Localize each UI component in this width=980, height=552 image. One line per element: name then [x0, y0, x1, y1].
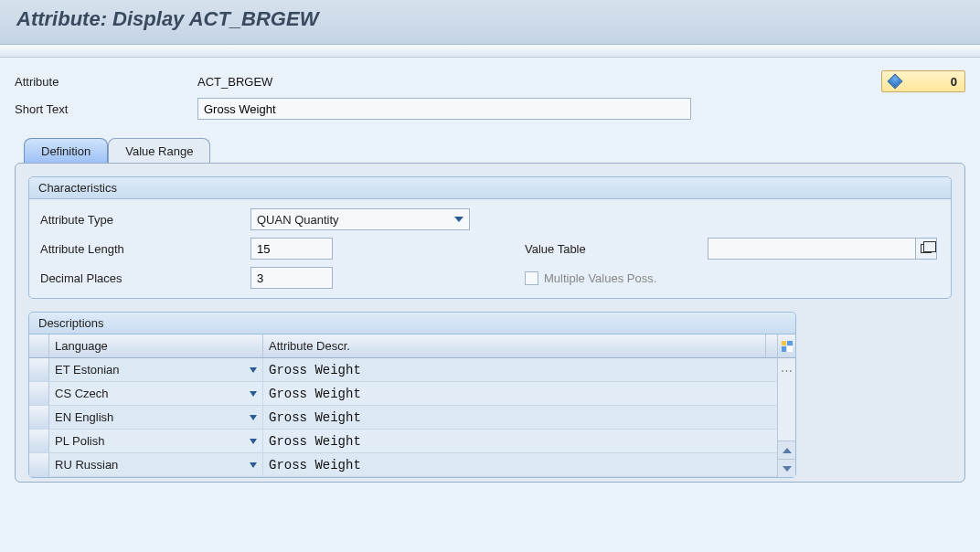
language-value: PL Polish [55, 434, 104, 448]
characteristics-group: Characteristics Attribute Type QUAN Quan… [28, 176, 952, 299]
table-row[interactable]: ET EstonianGross Weight [29, 358, 777, 382]
chevron-down-icon [454, 217, 463, 222]
chevron-down-icon [250, 367, 257, 373]
diamond-icon [888, 74, 903, 90]
table-row[interactable]: PL PolishGross Weight [29, 430, 777, 453]
badge-value: 0 [951, 75, 957, 89]
language-cell[interactable]: ET Estonian [49, 358, 263, 381]
language-cell[interactable]: RU Russian [49, 453, 263, 476]
description-cell[interactable]: Gross Weight [263, 434, 766, 449]
doc-count-badge[interactable]: 0 [881, 70, 965, 92]
descriptions-group: Descriptions Language Attribute Descr. E… [28, 312, 796, 478]
desc-table-corner[interactable] [29, 334, 49, 357]
table-row[interactable]: RU RussianGross Weight [29, 453, 777, 477]
multiple-values-label: Multiple Values Poss. [544, 271, 656, 285]
col-attr-descr[interactable]: Attribute Descr. [263, 334, 766, 357]
desc-scroll-column: ⋯ [777, 334, 795, 477]
col-language[interactable]: Language [49, 334, 263, 357]
row-selector[interactable] [29, 406, 49, 429]
language-value: ET Estonian [55, 363, 120, 377]
chevron-down-icon [783, 466, 792, 472]
table-settings-button[interactable] [778, 334, 795, 358]
language-value: CS Czech [55, 387, 109, 400]
descriptions-group-title: Descriptions [29, 313, 795, 334]
chevron-down-icon [250, 462, 257, 468]
tab-value-range[interactable]: Value Range [108, 138, 210, 163]
description-cell[interactable]: Gross Weight [263, 363, 766, 377]
value-table-search-button[interactable] [915, 238, 937, 260]
window-icon [921, 244, 932, 253]
toolbar-divider [0, 45, 980, 58]
attr-type-label: Attribute Type [40, 213, 250, 227]
chevron-down-icon [250, 439, 257, 444]
attr-type-value: QUAN Quantity [257, 213, 339, 227]
table-row[interactable]: EN EnglishGross Weight [29, 406, 777, 430]
row-selector[interactable] [29, 358, 49, 381]
short-text-label: Short Text [15, 102, 197, 116]
page-title: Attribute: Display ACT_BRGEW [16, 7, 964, 31]
row-selector[interactable] [29, 382, 49, 405]
attr-length-label: Attribute Length [40, 242, 250, 256]
language-value: RU Russian [55, 458, 118, 472]
language-value: EN English [55, 410, 113, 424]
language-cell[interactable]: CS Czech [49, 382, 263, 405]
characteristics-group-title: Characteristics [29, 177, 951, 199]
table-settings-icon [782, 341, 793, 352]
title-bar: Attribute: Display ACT_BRGEW [0, 0, 980, 45]
drag-handle[interactable]: ⋯ [778, 358, 795, 382]
attribute-label: Attribute [15, 75, 197, 89]
content-area: Attribute ACT_BRGEW 0 Short Text Definit… [0, 58, 980, 552]
language-cell[interactable]: EN English [49, 406, 263, 429]
attribute-value: ACT_BRGEW [197, 75, 700, 89]
language-cell[interactable]: PL Polish [49, 430, 263, 452]
description-cell[interactable]: Gross Weight [263, 458, 766, 472]
multiple-values-checkbox[interactable] [525, 271, 538, 285]
value-table-label: Value Table [525, 242, 708, 256]
decimal-places-input[interactable] [250, 267, 333, 289]
table-row[interactable]: CS CzechGross Weight [29, 382, 777, 406]
chevron-down-icon [250, 391, 257, 397]
row-selector[interactable] [29, 430, 49, 452]
definition-panel: Characteristics Attribute Type QUAN Quan… [15, 163, 965, 483]
scroll-down-button[interactable] [778, 459, 795, 477]
attr-length-input[interactable] [250, 238, 333, 260]
chevron-down-icon [250, 415, 257, 420]
descriptions-col-headers: Language Attribute Descr. [29, 334, 777, 358]
tab-strip: Definition Value Range [24, 138, 965, 163]
decimal-places-label: Decimal Places [40, 271, 250, 285]
scroll-up-button[interactable] [778, 441, 795, 459]
description-cell[interactable]: Gross Weight [263, 387, 766, 401]
description-cell[interactable]: Gross Weight [263, 410, 766, 425]
header-fields: Attribute ACT_BRGEW 0 Short Text [15, 70, 965, 120]
value-table-input[interactable] [708, 238, 916, 260]
tab-definition[interactable]: Definition [24, 138, 108, 163]
attr-type-select[interactable]: QUAN Quantity [250, 208, 470, 230]
chevron-up-icon [783, 448, 792, 453]
row-selector[interactable] [29, 453, 49, 476]
short-text-input[interactable] [197, 98, 691, 120]
